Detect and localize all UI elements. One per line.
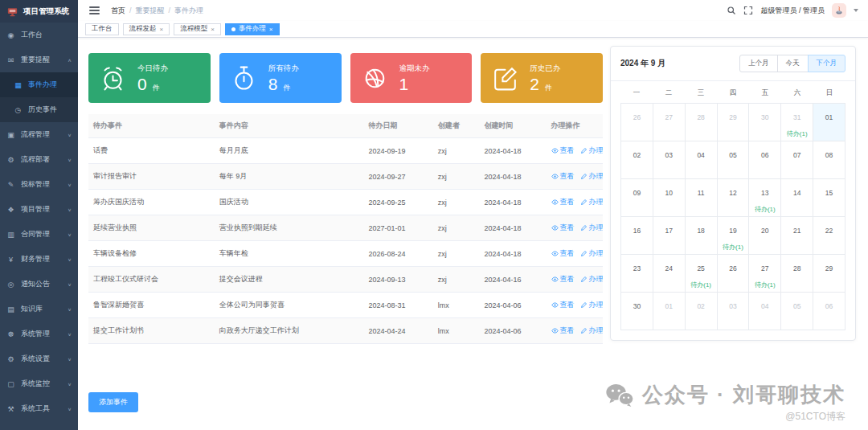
calendar-day-cell[interactable]: 22 xyxy=(813,217,845,255)
tab-3[interactable]: 事件办理× xyxy=(225,23,280,35)
view-link[interactable]: 查看 xyxy=(551,326,575,336)
hamburger-icon[interactable] xyxy=(89,6,100,14)
sidebar-item-2[interactable]: ▣流程管理∨ xyxy=(0,122,78,147)
sidebar-item-6[interactable]: ▥合同管理∨ xyxy=(0,222,78,247)
user-menu-caret-icon[interactable] xyxy=(854,9,858,12)
calendar-day-cell[interactable]: 09 xyxy=(621,179,653,217)
calendar-day-cell[interactable]: 19待办(1) xyxy=(718,217,750,255)
calendar-day-cell[interactable]: 07 xyxy=(781,141,813,179)
calendar-day-cell[interactable]: 01 xyxy=(813,104,845,141)
view-link[interactable]: 查看 xyxy=(551,223,575,233)
calendar-day-cell[interactable]: 04 xyxy=(686,141,718,179)
calendar-day-cell[interactable]: 15 xyxy=(813,179,845,217)
view-link[interactable]: 查看 xyxy=(551,248,575,259)
calendar-day-cell[interactable]: 16 xyxy=(621,217,653,255)
tab-close-icon[interactable]: × xyxy=(211,26,215,33)
breadcrumb-item-1[interactable]: 重要提醒 xyxy=(136,6,165,16)
calendar-day-cell[interactable]: 05 xyxy=(718,141,750,179)
sidebar-item-0[interactable]: ◉工作台 xyxy=(0,23,78,47)
view-link[interactable]: 查看 xyxy=(551,300,575,310)
calendar-day-cell[interactable]: 18 xyxy=(686,217,718,255)
breadcrumb-item-0[interactable]: 首页 xyxy=(111,6,125,16)
tab-close-icon[interactable]: × xyxy=(160,26,164,33)
calendar-day-cell[interactable]: 02 xyxy=(686,293,718,330)
calendar-day-cell[interactable]: 06 xyxy=(813,293,845,330)
handle-link[interactable]: 办理 xyxy=(580,197,603,207)
add-event-button[interactable]: 添加事件 xyxy=(88,392,138,412)
calendar-day-cell[interactable]: 23 xyxy=(621,255,653,293)
todo-badge[interactable]: 待办(1) xyxy=(749,281,780,289)
handle-link[interactable]: 办理 xyxy=(580,248,603,259)
sidebar-item-4[interactable]: ✎投标管理∨ xyxy=(0,172,78,197)
stat-card-history[interactable]: 历史已办 2 件 xyxy=(481,53,603,103)
fullscreen-icon[interactable] xyxy=(743,6,753,15)
todo-badge[interactable]: 待办(1) xyxy=(686,281,717,289)
calendar-day-cell[interactable]: 25待办(1) xyxy=(686,255,718,293)
calendar-day-cell[interactable]: 26 xyxy=(718,255,750,293)
todo-badge[interactable]: 待办(1) xyxy=(781,129,813,138)
calendar-day-cell[interactable]: 03 xyxy=(653,141,686,179)
calendar-day-cell[interactable]: 29 xyxy=(718,104,750,141)
calendar-day-cell[interactable]: 30 xyxy=(749,104,781,141)
handle-link[interactable]: 办理 xyxy=(580,171,603,182)
tab-0[interactable]: 工作台 xyxy=(85,23,119,35)
sidebar-item-10[interactable]: ☸系统管理∨ xyxy=(0,321,78,346)
calendar-day-cell[interactable]: 08 xyxy=(813,141,845,179)
today-button[interactable]: 今天 xyxy=(777,55,809,72)
calendar-day-cell[interactable]: 14 xyxy=(781,179,813,217)
sidebar-item-13[interactable]: ⚒系统工具∨ xyxy=(0,396,78,421)
breadcrumb-item-2[interactable]: 事件办理 xyxy=(174,6,203,16)
calendar-day-cell[interactable]: 31待办(1) xyxy=(781,104,813,141)
calendar-day-cell[interactable]: 02 xyxy=(621,141,653,179)
stat-card-all[interactable]: 所有待办 8 件 xyxy=(219,53,342,103)
calendar-day-cell[interactable]: 27待办(1) xyxy=(749,255,781,293)
calendar-day-cell[interactable]: 17 xyxy=(653,217,686,255)
sidebar-item-8[interactable]: ◎通知公告∨ xyxy=(0,272,78,297)
calendar-day-cell[interactable]: 28 xyxy=(781,255,813,293)
todo-badge[interactable]: 待办(1) xyxy=(749,205,780,214)
calendar-day-cell[interactable]: 28 xyxy=(686,104,718,141)
sidebar-item-3[interactable]: ⚙流程部署∨ xyxy=(0,147,78,172)
view-link[interactable]: 查看 xyxy=(551,274,575,285)
handle-link[interactable]: 办理 xyxy=(580,223,603,233)
sidebar-item-11[interactable]: ⚙系统设置∨ xyxy=(0,346,78,371)
calendar-day-cell[interactable]: 12 xyxy=(718,179,750,217)
todo-badge[interactable]: 待办(1) xyxy=(718,243,749,252)
calendar-day-cell[interactable]: 01 xyxy=(653,293,686,330)
sidebar-subitem-1[interactable]: ◷历史事件 xyxy=(0,97,78,122)
calendar-day-cell[interactable]: 04 xyxy=(749,293,781,330)
calendar-day-cell[interactable]: 30 xyxy=(621,293,653,330)
search-icon[interactable] xyxy=(727,6,736,15)
sidebar-item-5[interactable]: ❖项目管理∨ xyxy=(0,197,78,222)
sidebar-item-9[interactable]: ▤知识库∨ xyxy=(0,297,78,321)
prev-month-button[interactable]: 上个月 xyxy=(739,55,778,72)
view-link[interactable]: 查看 xyxy=(551,197,575,207)
handle-link[interactable]: 办理 xyxy=(580,274,603,285)
stat-card-overdue[interactable]: 逾期未办 1 xyxy=(350,53,473,103)
calendar-day-cell[interactable]: 26 xyxy=(621,104,653,141)
calendar-day-cell[interactable]: 29 xyxy=(813,255,845,293)
sidebar-item-1[interactable]: ✉重要提醒∧ xyxy=(0,47,78,72)
calendar-day-cell[interactable]: 06 xyxy=(749,141,781,179)
handle-link[interactable]: 办理 xyxy=(580,326,603,336)
calendar-day-cell[interactable]: 03 xyxy=(718,293,750,330)
sidebar-subitem-0[interactable]: ▦事件办理 xyxy=(0,72,78,97)
calendar-day-cell[interactable]: 10 xyxy=(653,179,686,217)
calendar-day-cell[interactable]: 20 xyxy=(749,217,781,255)
view-link[interactable]: 查看 xyxy=(551,171,575,182)
sidebar-item-7[interactable]: ¥财务管理∨ xyxy=(0,247,78,272)
calendar-day-cell[interactable]: 11 xyxy=(686,179,718,217)
tab-1[interactable]: 流程发起× xyxy=(123,23,170,35)
calendar-day-cell[interactable]: 24 xyxy=(653,255,686,293)
avatar[interactable] xyxy=(832,3,846,18)
calendar-day-cell[interactable]: 21 xyxy=(781,217,813,255)
calendar-day-cell[interactable]: 05 xyxy=(781,293,813,330)
tab-close-icon[interactable]: × xyxy=(269,26,273,33)
next-month-button[interactable]: 下个月 xyxy=(808,55,846,72)
calendar-day-cell[interactable]: 13待办(1) xyxy=(749,179,781,217)
stat-card-today[interactable]: 今日待办 0 件 xyxy=(88,53,211,103)
view-link[interactable]: 查看 xyxy=(551,145,575,156)
handle-link[interactable]: 办理 xyxy=(580,300,603,310)
calendar-day-cell[interactable]: 27 xyxy=(653,104,686,141)
tab-2[interactable]: 流程模型× xyxy=(174,23,221,35)
